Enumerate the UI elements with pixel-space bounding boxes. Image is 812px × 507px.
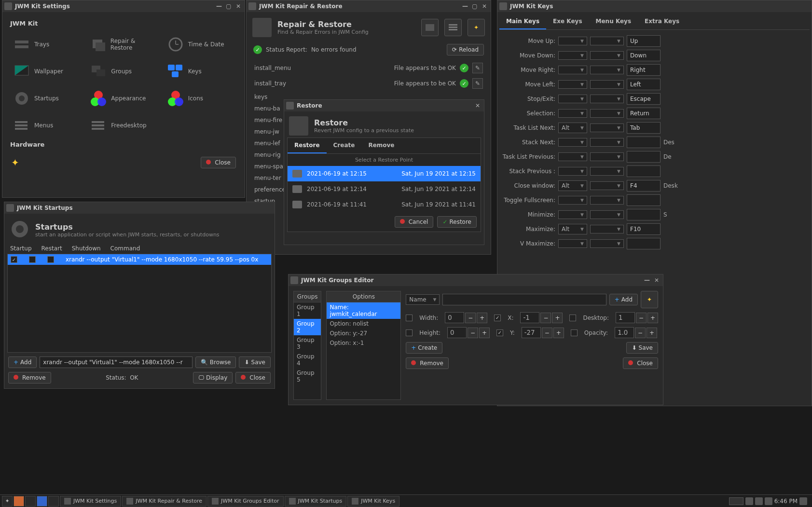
key-input[interactable] bbox=[627, 64, 661, 76]
key-input[interactable] bbox=[627, 122, 661, 134]
x-checkbox[interactable] bbox=[494, 315, 501, 321]
modifier2-dropdown[interactable]: ▼ bbox=[590, 152, 624, 161]
height-input[interactable] bbox=[447, 327, 467, 338]
restore-point[interactable]: 2021-06-19 at 12:15Sat, Jun 19 2021 at 1… bbox=[288, 166, 481, 181]
repair-titlebar[interactable]: JWM Kit Repair & Restore — ▢ ✕ bbox=[247, 0, 491, 12]
x-input[interactable] bbox=[520, 312, 539, 323]
file-row[interactable]: install_trayFile appears to be OK✓✎ bbox=[253, 76, 484, 91]
tile-wallpaper[interactable]: Wallpaper bbox=[10, 60, 83, 83]
command-input[interactable] bbox=[40, 356, 192, 368]
modifier2-dropdown[interactable]: ▼ bbox=[590, 225, 624, 233]
desktop-input[interactable] bbox=[616, 312, 635, 323]
key-input[interactable] bbox=[627, 50, 661, 61]
tile-time[interactable]: Time & Date bbox=[164, 33, 237, 56]
x-minus[interactable]: − bbox=[540, 313, 551, 323]
maximize-button[interactable]: ▢ bbox=[470, 2, 479, 11]
tab-remove[interactable]: Remove bbox=[361, 138, 401, 153]
modifier2-dropdown[interactable]: ▼ bbox=[590, 37, 624, 45]
modifier2-dropdown[interactable]: ▼ bbox=[590, 80, 624, 89]
launcher-editor[interactable] bbox=[48, 496, 59, 507]
launcher-terminal[interactable] bbox=[25, 496, 36, 507]
task-button[interactable]: JWM Kit Startups bbox=[285, 496, 347, 507]
width-checkbox[interactable] bbox=[406, 315, 413, 321]
add-button[interactable]: + Add bbox=[609, 294, 638, 305]
task-button[interactable]: JWM Kit Keys bbox=[347, 496, 399, 507]
y-input[interactable] bbox=[522, 327, 541, 338]
file-row[interactable]: install_menuFile appears to be OK✓✎ bbox=[253, 60, 484, 76]
startup-checkbox[interactable] bbox=[11, 256, 17, 263]
remove-button[interactable]: Remove bbox=[406, 357, 449, 369]
create-button[interactable]: + Create bbox=[406, 342, 442, 354]
modifier1-dropdown[interactable]: Alt▼ bbox=[558, 224, 587, 234]
modifier1-dropdown[interactable]: ▼ bbox=[558, 37, 587, 45]
save-button[interactable]: ⬇ Save bbox=[626, 342, 658, 354]
tile-trays[interactable]: Trays bbox=[10, 33, 83, 56]
edit-icon[interactable]: ✎ bbox=[472, 78, 483, 89]
reload-button[interactable]: ⟳ Reload bbox=[447, 44, 484, 55]
groups-titlebar[interactable]: JWM Kit Groups Editor — ✕ bbox=[289, 274, 663, 286]
tile-appearance[interactable]: Appearance bbox=[87, 87, 160, 110]
modifier2-dropdown[interactable]: ▼ bbox=[590, 109, 624, 118]
group-item[interactable]: Group 5 bbox=[294, 368, 321, 384]
key-input[interactable] bbox=[627, 238, 661, 249]
height-plus[interactable]: + bbox=[479, 328, 490, 338]
cancel-button[interactable]: Cancel bbox=[395, 216, 434, 228]
settings-close-button[interactable]: Close bbox=[201, 157, 236, 168]
tray-icon[interactable] bbox=[799, 497, 807, 505]
modifier2-dropdown[interactable]: ▼ bbox=[590, 181, 624, 190]
browse-button[interactable]: 🔍 Browse bbox=[195, 356, 236, 368]
minimize-button[interactable]: — bbox=[643, 276, 651, 285]
y-plus[interactable]: + bbox=[553, 328, 564, 338]
group-item[interactable]: Group 3 bbox=[294, 335, 321, 352]
modifier2-dropdown[interactable]: ▼ bbox=[590, 210, 624, 219]
close-button[interactable]: Close bbox=[623, 357, 658, 369]
tile-menus[interactable]: Menus bbox=[10, 114, 83, 137]
close-button[interactable]: ✕ bbox=[652, 276, 661, 285]
tray-icon[interactable] bbox=[745, 497, 753, 505]
tab-menu-keys[interactable]: Menu Keys bbox=[589, 14, 638, 29]
group-item[interactable]: Group 2 bbox=[294, 319, 321, 335]
tab-create[interactable]: Create bbox=[327, 138, 362, 153]
key-input[interactable] bbox=[627, 151, 661, 163]
desktop-checkbox[interactable] bbox=[569, 315, 576, 321]
maximize-button[interactable]: ▢ bbox=[224, 2, 233, 11]
y-checkbox[interactable] bbox=[496, 329, 503, 336]
tray-icon[interactable] bbox=[755, 497, 763, 505]
modifier1-dropdown[interactable]: ▼ bbox=[558, 210, 587, 219]
minimize-button[interactable]: — bbox=[215, 2, 223, 11]
modifier1-dropdown[interactable]: ▼ bbox=[558, 51, 587, 60]
opacity-input[interactable] bbox=[615, 327, 634, 338]
tab-exe-keys[interactable]: Exe Keys bbox=[546, 14, 589, 29]
key-input[interactable] bbox=[627, 35, 661, 47]
height-minus[interactable]: − bbox=[468, 328, 478, 338]
startups-titlebar[interactable]: JWM Kit Startups bbox=[4, 202, 275, 214]
close-button[interactable]: ✕ bbox=[473, 101, 482, 110]
x-plus[interactable]: + bbox=[552, 313, 563, 323]
tab-extra-keys[interactable]: Extra Keys bbox=[638, 14, 686, 29]
display-button[interactable]: 🖵 Display bbox=[193, 372, 233, 384]
modifier1-dropdown[interactable]: ▼ bbox=[558, 109, 587, 118]
launcher-files[interactable] bbox=[37, 496, 47, 507]
keys-titlebar[interactable]: JWM Kit Keys bbox=[497, 0, 812, 12]
key-input[interactable] bbox=[627, 79, 661, 90]
save-button[interactable]: ⬇ Save bbox=[239, 356, 271, 368]
option-item[interactable]: Name: jwmkit_calendar bbox=[327, 302, 400, 319]
group-item[interactable]: Group 1 bbox=[294, 302, 321, 319]
option-item[interactable]: Option: nolist bbox=[327, 319, 400, 329]
modifier2-dropdown[interactable]: ▼ bbox=[590, 239, 624, 248]
opacity-minus[interactable]: − bbox=[635, 328, 646, 338]
modifier2-dropdown[interactable]: ▼ bbox=[590, 123, 624, 132]
y-minus[interactable]: − bbox=[542, 328, 552, 338]
pager-icon[interactable] bbox=[729, 497, 743, 505]
key-input[interactable] bbox=[627, 165, 661, 177]
key-input[interactable] bbox=[627, 223, 661, 235]
height-checkbox[interactable] bbox=[406, 329, 413, 336]
tile-freedesktop[interactable]: Freedesktop bbox=[87, 114, 160, 137]
restart-checkbox[interactable] bbox=[29, 256, 36, 263]
key-input[interactable] bbox=[627, 209, 661, 220]
task-button[interactable]: JWM Kit Settings bbox=[60, 496, 121, 507]
modifier1-dropdown[interactable]: ▼ bbox=[558, 239, 587, 248]
key-input[interactable] bbox=[627, 194, 661, 206]
star-icon[interactable]: ✦ bbox=[11, 157, 19, 168]
modifier1-dropdown[interactable]: ▼ bbox=[558, 167, 587, 176]
